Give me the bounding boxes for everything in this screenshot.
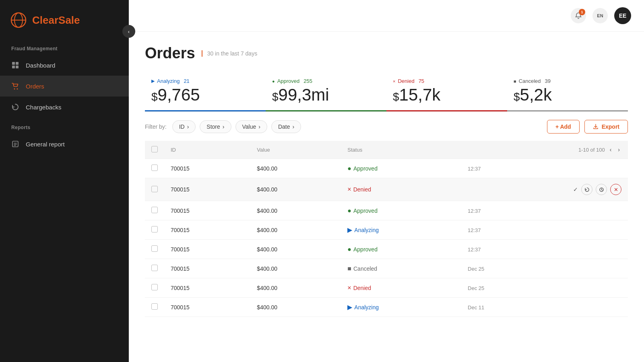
status-label: Denied bbox=[353, 186, 371, 193]
row-status: ▶Analyzing bbox=[341, 298, 461, 317]
general-report-icon bbox=[11, 140, 19, 148]
export-button[interactable]: Export bbox=[584, 120, 628, 134]
approved-icon: ● bbox=[272, 79, 275, 84]
row-time: Dec 11 bbox=[461, 298, 628, 317]
row-action-check-button[interactable]: ✓ bbox=[573, 186, 578, 193]
row-time: 12:37 bbox=[461, 159, 628, 178]
row-checkbox[interactable] bbox=[151, 284, 158, 290]
sidebar-label-chargebacks: Chargebacks bbox=[26, 104, 61, 111]
th-pagination-col: 1-10 of 100 ‹ › bbox=[461, 141, 628, 159]
user-avatar-button[interactable]: EE bbox=[614, 7, 631, 24]
stat-underline-analyzing bbox=[145, 110, 266, 111]
notifications-button[interactable]: 1 bbox=[571, 8, 586, 23]
filter-date-button[interactable]: Date › bbox=[271, 120, 301, 133]
row-checkbox[interactable] bbox=[151, 186, 158, 192]
sidebar-collapse-button[interactable]: ‹ bbox=[122, 25, 135, 38]
row-value: $400.00 bbox=[250, 240, 341, 259]
denied-icon: × bbox=[393, 79, 395, 84]
dashboard-icon bbox=[11, 61, 19, 69]
filters-left: Filter by: ID › Store › Value › Date › bbox=[145, 120, 301, 133]
pagination-info: 1-10 of 100 bbox=[578, 147, 605, 153]
status-dot: ● bbox=[347, 246, 351, 253]
row-action-refresh-button[interactable] bbox=[581, 184, 592, 195]
stat-card-approved: ● Approved 255 $99,3mi bbox=[266, 73, 386, 111]
orders-table: ID Value Status 1-10 of 100 ‹ › bbox=[145, 141, 628, 317]
stat-value-approved: $99,3mi bbox=[272, 86, 377, 103]
table-row: 700015 $400.00 ×Denied ✓ ✕ bbox=[145, 178, 628, 201]
row-action-clock-button[interactable] bbox=[596, 184, 607, 195]
row-checkbox[interactable] bbox=[151, 303, 158, 310]
filter-id-button[interactable]: ID › bbox=[172, 120, 196, 133]
stat-card-analyzing: ▶ Analyzing 21 $9,765 bbox=[145, 73, 266, 111]
row-id: 700015 bbox=[164, 298, 250, 317]
row-time: 12:37 bbox=[461, 240, 628, 259]
status-dot: ● bbox=[347, 208, 351, 214]
page-prev-button[interactable]: ‹ bbox=[608, 146, 613, 154]
stat-label-canceled: ■ Canceled 39 bbox=[514, 78, 618, 84]
filter-value-button[interactable]: Value › bbox=[235, 120, 267, 133]
table-body: 700015 $400.00 ●Approved 12:37 700015 $4… bbox=[145, 159, 628, 317]
orders-icon bbox=[11, 82, 19, 90]
table-row: 700015 $400.00 ●Approved 12:37 bbox=[145, 159, 628, 178]
row-value: $400.00 bbox=[250, 220, 341, 240]
svg-rect-5 bbox=[12, 66, 15, 68]
row-checkbox-cell bbox=[145, 278, 164, 298]
filters-right: + Add Export bbox=[547, 120, 628, 134]
row-checkbox-cell bbox=[145, 178, 164, 201]
row-actions-cell: ✓ ✕ bbox=[461, 178, 628, 201]
sidebar-item-orders[interactable]: Orders bbox=[0, 76, 129, 97]
row-id: 700015 bbox=[164, 159, 250, 178]
svg-rect-9 bbox=[12, 141, 18, 147]
row-checkbox[interactable] bbox=[151, 165, 158, 171]
table-row: 700015 $400.00 ●Approved 12:37 bbox=[145, 240, 628, 259]
select-all-checkbox[interactable] bbox=[151, 146, 158, 152]
page-header: Orders 30 in the last 7 days bbox=[145, 45, 628, 62]
page-next-button[interactable]: › bbox=[616, 146, 621, 154]
status-label: Approved bbox=[353, 246, 378, 253]
row-checkbox[interactable] bbox=[151, 245, 158, 252]
stat-value-denied: $15,7k bbox=[393, 86, 497, 103]
row-value: $400.00 bbox=[250, 298, 341, 317]
svg-point-7 bbox=[14, 88, 15, 90]
row-status: ▶Analyzing bbox=[341, 220, 461, 240]
row-value: $400.00 bbox=[250, 259, 341, 278]
row-action-close-button[interactable]: ✕ bbox=[610, 184, 621, 195]
svg-rect-6 bbox=[16, 66, 19, 68]
row-status: ●Approved bbox=[341, 240, 461, 259]
filter-store-button[interactable]: Store › bbox=[200, 120, 231, 133]
status-dot: × bbox=[347, 285, 351, 291]
main-content: 1 EN EE Orders 30 in the last 7 days ▶ A… bbox=[129, 0, 644, 362]
row-checkbox[interactable] bbox=[151, 207, 158, 213]
row-status: ●Approved bbox=[341, 201, 461, 220]
row-checkbox[interactable] bbox=[151, 226, 158, 232]
row-value: $400.00 bbox=[250, 278, 341, 298]
row-value: $400.00 bbox=[250, 201, 341, 220]
stat-card-canceled: ■ Canceled 39 $5,2k bbox=[507, 73, 628, 111]
row-id: 700015 bbox=[164, 220, 250, 240]
th-checkbox bbox=[145, 141, 164, 159]
topbar: 1 EN EE bbox=[129, 0, 644, 32]
row-checkbox[interactable] bbox=[151, 265, 158, 271]
stat-underline-approved bbox=[266, 110, 386, 111]
table-row: 700015 $400.00 ▶Analyzing Dec 11 bbox=[145, 298, 628, 317]
row-id: 700015 bbox=[164, 201, 250, 220]
add-button[interactable]: + Add bbox=[547, 120, 580, 134]
page-content: Orders 30 in the last 7 days ▶ Analyzing… bbox=[129, 32, 644, 362]
stat-underline-canceled bbox=[507, 110, 628, 111]
status-label: Canceled bbox=[353, 265, 377, 272]
stat-label-approved: ● Approved 255 bbox=[272, 78, 377, 84]
th-value: Value bbox=[250, 141, 341, 159]
sidebar: ClearSale ‹ Fraud Management Dashboard O… bbox=[0, 0, 129, 362]
row-checkbox-cell bbox=[145, 159, 164, 178]
status-label: Analyzing bbox=[354, 227, 379, 233]
svg-point-8 bbox=[17, 88, 18, 90]
sidebar-item-chargebacks[interactable]: Chargebacks bbox=[0, 97, 129, 117]
language-button[interactable]: EN bbox=[592, 8, 608, 23]
stat-label-denied: × Denied 75 bbox=[393, 78, 497, 84]
stats-divider bbox=[145, 111, 628, 112]
stat-underline-denied bbox=[386, 110, 507, 111]
row-id: 700015 bbox=[164, 278, 250, 298]
sidebar-item-dashboard[interactable]: Dashboard bbox=[0, 55, 129, 76]
sidebar-item-general-report[interactable]: General report bbox=[0, 134, 129, 154]
svg-rect-3 bbox=[12, 62, 15, 65]
